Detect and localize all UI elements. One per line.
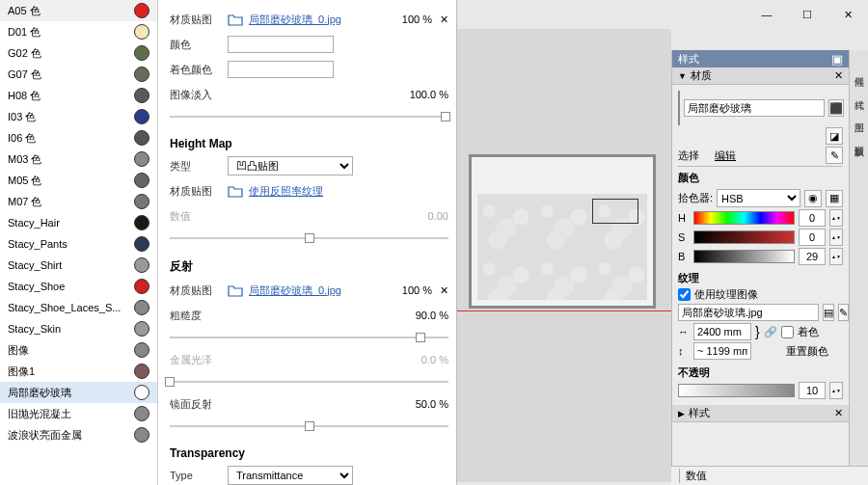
- select-tab[interactable]: 选择: [678, 148, 699, 163]
- texture-file-input[interactable]: [678, 304, 819, 321]
- material-list-item[interactable]: Stacy_Hair: [0, 212, 157, 233]
- material-list-item[interactable]: Stacy_Shirt: [0, 255, 157, 276]
- roughness-slider[interactable]: [170, 331, 448, 344]
- heightmap-value-slider[interactable]: [170, 231, 448, 245]
- opacity-input[interactable]: [799, 382, 826, 399]
- bri-input[interactable]: [799, 248, 826, 265]
- sat-input[interactable]: [799, 229, 826, 246]
- material-list-item[interactable]: I06 色: [0, 127, 157, 148]
- panel-close-icon[interactable]: ✕: [834, 407, 843, 419]
- texture-file-link[interactable]: 局部磨砂玻璃_0.jpg: [249, 13, 341, 27]
- texture-width-input[interactable]: [693, 323, 751, 340]
- hue-spinner[interactable]: ▲▼: [829, 209, 843, 227]
- material-list-item[interactable]: Stacy_Pants: [0, 233, 157, 255]
- opacity-slider[interactable]: [678, 384, 795, 397]
- material-name: I06 色: [8, 131, 36, 146]
- heightmap-albedo-link[interactable]: 使用反照率纹理: [249, 184, 323, 199]
- trans-type-label: Type: [170, 470, 228, 481]
- fade-pct: 100.0 %: [410, 89, 448, 100]
- window-close-button[interactable]: ✕: [827, 0, 868, 29]
- edit-icon[interactable]: ✎: [826, 147, 843, 164]
- create-material-button[interactable]: ◪: [826, 127, 843, 145]
- bri-slider[interactable]: [693, 250, 795, 263]
- material-list-item[interactable]: M05 色: [0, 170, 157, 191]
- sat-spinner[interactable]: ▲▼: [829, 229, 843, 246]
- tint-checkbox[interactable]: [781, 326, 794, 338]
- material-list-item[interactable]: M03 色: [0, 148, 157, 170]
- texture-label: 材质贴图: [170, 13, 228, 27]
- material-name: 图像1: [8, 364, 35, 379]
- material-list-item[interactable]: M07 色: [0, 191, 157, 212]
- eyedropper-button[interactable]: ◉: [804, 190, 822, 207]
- heightmap-type-select[interactable]: 凹凸贴图: [228, 156, 353, 175]
- hue-input[interactable]: [799, 209, 826, 227]
- edit-texture-button[interactable]: ✎: [838, 304, 849, 321]
- styles-panel-header[interactable]: ▶样式✕: [672, 405, 849, 422]
- folder-icon[interactable]: [228, 13, 243, 26]
- material-name: Stacy_Shoe_Laces_S...: [8, 302, 121, 313]
- opacity-spinner[interactable]: ▲▼: [829, 382, 843, 399]
- bri-spinner[interactable]: ▲▼: [829, 248, 843, 265]
- material-name: D01 色: [8, 25, 41, 40]
- texture-height-input[interactable]: [693, 342, 751, 360]
- material-name: Stacy_Skin: [8, 323, 61, 335]
- specular-pct: 50.0 %: [416, 398, 448, 410]
- metallic-slider[interactable]: [170, 375, 448, 389]
- material-list-item[interactable]: 图像: [0, 339, 157, 361]
- folder-icon[interactable]: [228, 283, 243, 297]
- material-list-item[interactable]: 波浪状亮面金属: [0, 424, 157, 445]
- specular-slider[interactable]: [170, 419, 448, 433]
- material-name: Stacy_Hair: [8, 217, 60, 229]
- fade-slider[interactable]: [170, 110, 448, 123]
- material-list-item[interactable]: G02 色: [0, 42, 157, 64]
- material-list-item[interactable]: H08 色: [0, 85, 157, 106]
- lock-aspect-icon[interactable]: 🔗: [764, 326, 777, 338]
- status-label: 数值: [679, 469, 707, 483]
- color-wheel-button[interactable]: ▦: [826, 190, 843, 207]
- link-icon[interactable]: }: [755, 324, 760, 339]
- tint-swatch[interactable]: [228, 61, 334, 78]
- material-list-item[interactable]: D01 色: [0, 21, 157, 42]
- browse-texture-button[interactable]: ▤: [823, 304, 834, 321]
- window-minimize-button[interactable]: —: [746, 0, 787, 29]
- tray-header[interactable]: 样式▣: [672, 50, 849, 67]
- color-swatch[interactable]: [228, 36, 334, 53]
- material-list-item[interactable]: A05 色: [0, 0, 157, 21]
- reset-color-label[interactable]: 重置颜色: [786, 344, 828, 359]
- material-list-item[interactable]: Stacy_Shoe_Laces_S...: [0, 297, 157, 318]
- folder-icon[interactable]: [228, 184, 243, 198]
- material-list-item[interactable]: 局部磨砂玻璃: [0, 382, 157, 403]
- picker-mode-select[interactable]: HSB: [717, 189, 800, 207]
- edit-tab[interactable]: 编辑: [715, 148, 736, 163]
- material-name-input[interactable]: [684, 99, 825, 117]
- refl-tex-link[interactable]: 局部磨砂玻璃_0.jpg: [249, 283, 341, 298]
- axis-red-line: [457, 310, 671, 311]
- material-swatch-icon: [134, 130, 149, 146]
- use-texture-checkbox[interactable]: [678, 288, 691, 301]
- hue-slider[interactable]: [693, 211, 795, 225]
- material-list-item[interactable]: 旧抛光混凝土: [0, 403, 157, 424]
- material-list-item[interactable]: G07 色: [0, 64, 157, 85]
- material-list: A05 色D01 色G02 色G07 色H08 色I03 色I06 色M03 色…: [0, 0, 158, 485]
- material-list-item[interactable]: I03 色: [0, 106, 157, 127]
- panel-close-icon[interactable]: ✕: [834, 69, 843, 82]
- clear-texture-button[interactable]: ✕: [440, 13, 448, 26]
- sample-paint-button[interactable]: ⬛: [828, 99, 844, 117]
- trans-type-select[interactable]: Transmittance: [228, 466, 353, 485]
- heightmap-tex-label: 材质贴图: [170, 184, 228, 199]
- material-list-item[interactable]: 图像1: [0, 361, 157, 382]
- material-thumbnail[interactable]: [678, 91, 680, 125]
- material-properties-panel: 材质贴图 局部磨砂玻璃_0.jpg 100 % ✕ 颜色 着色颜色 图像淡入10…: [158, 0, 457, 485]
- material-list-item[interactable]: Stacy_Shoe: [0, 276, 157, 297]
- material-list-item[interactable]: Stacy_Skin: [0, 318, 157, 339]
- materials-panel-header[interactable]: ▼材质✕: [672, 67, 849, 85]
- window-maximize-button[interactable]: ☐: [787, 0, 827, 29]
- maximize-icon: ☐: [802, 9, 812, 21]
- tray-close-icon[interactable]: ▣: [831, 53, 843, 66]
- viewport-3d[interactable]: [457, 29, 671, 482]
- material-swatch-icon: [134, 300, 149, 315]
- transparency-section: Transparency: [170, 446, 448, 460]
- picker-label: 拾色器:: [678, 191, 713, 205]
- clear-refl-texture-button[interactable]: ✕: [440, 284, 448, 297]
- sat-slider[interactable]: [693, 230, 795, 244]
